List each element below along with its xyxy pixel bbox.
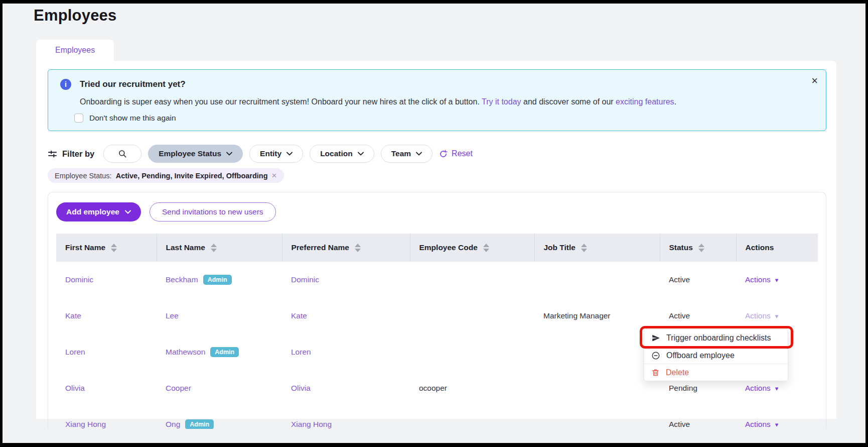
menu-item-label: Offboard employee: [666, 351, 735, 360]
filter-employee-status-label: Employee Status: [159, 149, 221, 158]
chevron-down-icon: [416, 152, 422, 156]
caret-down-icon: ▾: [775, 276, 779, 284]
chevron-down-icon: [358, 152, 364, 156]
actions-label: Actions: [745, 311, 771, 320]
last-name-link[interactable]: Mathewson: [166, 348, 205, 356]
active-filter-row: Employee Status: Active, Pending, Invite…: [48, 168, 826, 183]
caret-down-icon: ▾: [775, 312, 779, 320]
filter-location-label: Location: [320, 149, 353, 158]
preferred-name-link[interactable]: Xiang Hong: [291, 420, 332, 428]
add-employee-button[interactable]: Add employee: [56, 202, 141, 221]
banner-text-2: and discover some of our: [521, 97, 616, 106]
actions-menu-trigger[interactable]: Actions▾: [745, 384, 778, 393]
info-icon: i: [60, 79, 71, 90]
column-header-status[interactable]: Status: [660, 234, 736, 262]
job-title-cell: [534, 334, 660, 370]
actions-label: Actions: [745, 275, 771, 284]
menu-item-label: Trigger onboarding checklists: [666, 333, 771, 343]
menu-item-delete[interactable]: Delete: [644, 364, 788, 381]
column-header-job-title[interactable]: Job Title: [534, 234, 660, 262]
preferred-name-link[interactable]: Kate: [291, 311, 307, 320]
last-name-link[interactable]: Ong: [166, 420, 180, 428]
last-name-link[interactable]: Cooper: [166, 384, 191, 392]
job-title-cell: Marketing Manager: [534, 298, 660, 334]
last-name-link[interactable]: Beckham: [166, 275, 198, 284]
preferred-name-link[interactable]: Dominic: [291, 275, 319, 284]
chevron-down-icon: [125, 210, 131, 214]
status-cell: Active: [660, 406, 736, 429]
reset-label: Reset: [452, 149, 473, 158]
filter-bar: Filter by Employee Status Entity Locatio…: [48, 145, 826, 163]
table-toolbar: Add employee Send invitations to new use…: [56, 202, 818, 221]
sort-icon: [111, 244, 117, 252]
send-icon: [651, 333, 660, 343]
menu-item-label: Delete: [666, 368, 689, 377]
admin-badge: Admin: [210, 347, 239, 357]
search-button[interactable]: [103, 145, 141, 163]
tab-bar: Employees: [36, 40, 865, 61]
dont-show-again-label: Don't show me this again: [89, 114, 176, 123]
banner-close-icon[interactable]: ×: [811, 75, 818, 87]
column-label: Status: [669, 243, 693, 252]
actions-label: Actions: [745, 420, 771, 429]
first-name-link[interactable]: Loren: [65, 348, 85, 356]
caret-down-icon: ▾: [775, 421, 779, 428]
column-label: First Name: [65, 243, 105, 252]
minus-circle-icon: [651, 351, 660, 360]
actions-menu-trigger[interactable]: Actions▾: [745, 420, 778, 429]
try-it-today-link[interactable]: Try it today: [482, 97, 521, 106]
preferred-name-link[interactable]: Olivia: [291, 384, 311, 392]
admin-badge: Admin: [203, 275, 232, 285]
first-name-link[interactable]: Olivia: [65, 384, 85, 392]
last-name-link[interactable]: Lee: [166, 311, 179, 320]
sort-icon: [698, 244, 704, 252]
column-header-preferred-name[interactable]: Preferred Name: [282, 234, 410, 262]
chip-value: Active, Pending, Invite Expired, Offboar…: [116, 172, 268, 180]
status-cell: Active: [660, 262, 736, 298]
column-label: Job Title: [544, 243, 575, 252]
column-header-first-name[interactable]: First Name: [56, 234, 157, 262]
first-name-link[interactable]: Dominic: [65, 275, 93, 284]
tab-employees[interactable]: Employees: [36, 40, 114, 61]
employee-code-cell: [410, 334, 534, 370]
menu-item-trigger-onboarding-checklists[interactable]: Trigger onboarding checklists: [644, 329, 788, 347]
menu-item-offboard-employee[interactable]: Offboard employee: [644, 347, 788, 364]
first-name-link[interactable]: Xiang Hong: [65, 420, 106, 428]
employee-code-cell: [410, 262, 534, 298]
actions-menu-trigger[interactable]: Actions▾: [745, 275, 778, 284]
column-label: Preferred Name: [292, 243, 349, 252]
preferred-name-link[interactable]: Loren: [291, 348, 311, 356]
exciting-features-link[interactable]: exciting features: [616, 97, 674, 106]
actions-label: Actions: [745, 384, 771, 393]
dont-show-again-checkbox[interactable]: [74, 114, 83, 123]
employee-table-card: Add employee Send invitations to new use…: [48, 192, 826, 429]
actions-dropdown-menu: Trigger onboarding checklists Offboard e…: [644, 329, 788, 381]
filter-location[interactable]: Location: [310, 145, 374, 163]
send-invitations-button[interactable]: Send invitations to new users: [150, 202, 276, 221]
send-invitations-label: Send invitations to new users: [162, 207, 263, 216]
admin-badge: Admin: [185, 419, 214, 429]
filter-team[interactable]: Team: [381, 145, 432, 163]
column-label: Employee Code: [419, 243, 478, 252]
column-header-last-name[interactable]: Last Name: [157, 234, 282, 262]
chevron-down-icon: [226, 152, 232, 156]
sort-icon: [483, 244, 489, 252]
reset-filters-button[interactable]: Reset: [439, 149, 473, 158]
sort-icon: [211, 244, 217, 252]
screenshot-frame: Employees Employees i Tried our recruitm…: [0, 0, 868, 447]
banner-text-1: Onboarding is super easy when you use ou…: [80, 97, 482, 106]
chip-close-icon[interactable]: ×: [272, 171, 277, 181]
employee-status-chip: Employee Status: Active, Pending, Invite…: [48, 168, 284, 183]
filter-employee-status[interactable]: Employee Status: [148, 145, 243, 163]
filter-entity[interactable]: Entity: [249, 145, 303, 163]
banner-body: Onboarding is super easy when you use ou…: [80, 96, 802, 107]
column-header-actions: Actions: [736, 234, 818, 262]
actions-menu-trigger-open[interactable]: Actions▾: [745, 311, 778, 320]
first-name-link[interactable]: Kate: [65, 311, 81, 320]
banner-title: Tried our recruitment yet?: [80, 79, 186, 89]
column-label: Actions: [746, 243, 774, 252]
filter-entity-label: Entity: [260, 149, 281, 158]
column-header-employee-code[interactable]: Employee Code: [410, 234, 534, 262]
table-row: Dominic BeckhamAdmin Dominic Active Acti…: [56, 262, 818, 298]
sliders-icon: [48, 149, 57, 159]
